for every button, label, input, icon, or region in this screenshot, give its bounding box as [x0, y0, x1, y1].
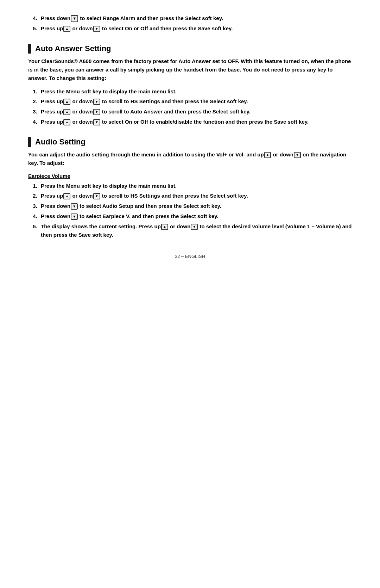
earpiece-step-4: Press down▼ to select Earpiece V. and th…: [39, 212, 352, 221]
earpiece-step-3: Press down▼ to select Audio Setup and th…: [39, 202, 352, 211]
auto-answer-body: Your ClearSounds® A600 comes from the fa…: [28, 57, 352, 82]
auto-answer-title: Auto Answer Setting: [35, 44, 111, 53]
select-bold-2: Select: [210, 98, 226, 104]
up-button-icon-6: ▲: [63, 193, 70, 199]
off-bold-2: Off: [140, 119, 148, 125]
select-bold-4: Select: [210, 193, 226, 199]
down-button-icon-7: ▼: [71, 203, 78, 210]
audio-setting-section-bar: [28, 137, 31, 147]
auto-answer-section-bar: [28, 44, 31, 54]
auto-answer-step-1: Press the Menu soft key to display the m…: [39, 87, 352, 96]
down-button-icon-5: ▼: [294, 152, 301, 158]
down-button-icon: ▼: [71, 15, 78, 22]
on-bold-1: On: [125, 25, 132, 31]
up-button-icon-5: ▲: [264, 152, 271, 158]
hs-settings-bold-2: HS Settings: [131, 193, 160, 199]
select-bold-5: Select: [183, 203, 199, 209]
top-list-item-4: Press down▼ to select Range Alarm and th…: [39, 14, 352, 23]
off-bold-1: Off: [140, 25, 148, 31]
down-button-icon-2: ▼: [93, 99, 100, 105]
earpiece-step-5: The display shows the current setting. P…: [39, 222, 352, 240]
audio-setting-body: You can adjust the audio setting through…: [28, 150, 352, 167]
top-list: Press down▼ to select Range Alarm and th…: [39, 14, 352, 33]
down-button-icon-9: ▼: [191, 224, 198, 230]
page-footer: 32 – ENGLISH: [28, 254, 352, 259]
auto-answer-steps: Press the Menu soft key to display the m…: [39, 87, 352, 126]
up-button-icon-1: ▲: [63, 26, 70, 32]
down-button-icon-1: ▼: [93, 26, 100, 32]
range-alarm-bold: Range Alarm: [103, 15, 135, 21]
down-button-icon-3: ▼: [93, 109, 100, 115]
select-bold-3: Select: [213, 109, 228, 114]
down-button-icon-4: ▼: [93, 119, 100, 125]
hs-settings-bold-1: HS Settings: [131, 98, 160, 104]
earpiece-v-bold: Earpiece V.: [102, 213, 131, 219]
down-button-icon-6: ▼: [93, 193, 100, 199]
up-button-icon-2: ▲: [63, 99, 70, 105]
down-button-icon-8: ▼: [71, 213, 78, 220]
top-list-item-5: Press up▲ or down▼ to select On or Off a…: [39, 24, 352, 33]
audio-setting-title: Audio Setting: [35, 137, 86, 147]
audio-setup-bold: Audio Setup: [102, 203, 133, 209]
menu-bold-2: Menu: [66, 183, 80, 189]
auto-answer-step-2: Press up▲ or down▼ to scroll to HS Setti…: [39, 97, 352, 106]
up-button-icon-7: ▲: [161, 224, 168, 230]
earpiece-step-2: Press up▲ or down▼ to scroll to HS Setti…: [39, 192, 352, 200]
save-bold-2: Save: [274, 119, 286, 125]
select-bold-6: Select: [180, 213, 196, 219]
auto-answer-section-header: Auto Answer Setting: [28, 44, 352, 54]
up-button-icon-3: ▲: [63, 109, 70, 115]
on-bold-2: On: [125, 119, 132, 125]
earpiece-volume-subtitle: Earpiece Volume: [28, 173, 352, 179]
save-bold-1: Save: [198, 25, 210, 31]
earpiece-step-1: Press the Menu soft key to display the m…: [39, 182, 352, 191]
auto-answer-step-3: Press up▲ or down▼ to scroll to Auto Ans…: [39, 107, 352, 116]
audio-setting-section-header: Audio Setting: [28, 137, 352, 147]
auto-answer-step-4: Press up▲ or down▼ to select On or Off t…: [39, 118, 352, 126]
auto-answer-bold: Auto Answer: [130, 109, 163, 114]
earpiece-volume-steps: Press the Menu soft key to display the m…: [39, 182, 352, 240]
save-bold-3: Save: [78, 232, 91, 238]
menu-bold-1: Menu: [66, 88, 80, 94]
select-bold-1: Select: [185, 15, 201, 21]
up-button-icon-4: ▲: [63, 119, 70, 125]
